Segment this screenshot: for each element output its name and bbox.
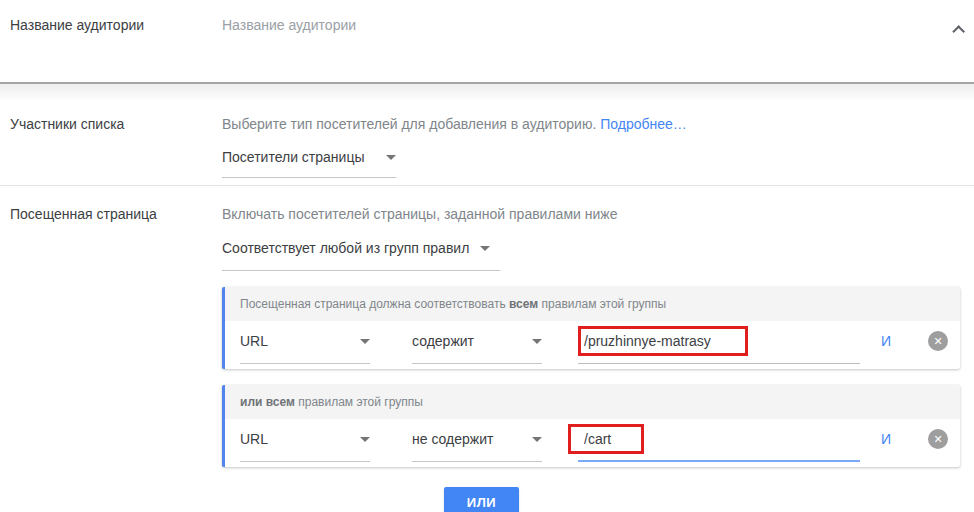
collapse-section-button[interactable] <box>938 17 974 41</box>
header-text: правилам этой группы <box>298 395 423 409</box>
dropdown-caret-icon <box>360 437 370 442</box>
rule-field-value: URL <box>240 331 268 351</box>
list-members-section: Участники списка Выберите тип посетителе… <box>0 100 974 186</box>
visited-page-label: Посещенная страница <box>0 204 222 224</box>
learn-more-link[interactable]: Подробнее… <box>600 116 687 132</box>
chevron-up-icon <box>952 25 965 38</box>
dropdown-caret-icon <box>532 339 542 344</box>
rule-value-field <box>578 429 860 462</box>
dropdown-caret-icon <box>386 155 396 160</box>
list-members-description: Выберите тип посетителей для добавления … <box>222 114 974 134</box>
or-group-button[interactable]: ИЛИ <box>444 487 519 512</box>
rule-field-dropdown[interactable]: URL <box>240 331 370 364</box>
description-text: Выберите тип посетителей для добавления … <box>222 116 596 132</box>
match-type-value: Соответствует любой из групп правил <box>222 238 469 258</box>
rule-field-dropdown[interactable]: URL <box>240 429 370 462</box>
visited-page-description: Включать посетителей страницы, заданной … <box>222 204 974 224</box>
dropdown-caret-icon <box>360 339 370 344</box>
rule-value-input[interactable] <box>578 429 860 449</box>
visited-page-section: Посещенная страница Включать посетителей… <box>0 186 974 512</box>
close-icon: ✕ <box>933 433 942 446</box>
remove-rule-button[interactable]: ✕ <box>928 331 948 351</box>
list-members-label: Участники списка <box>0 114 222 134</box>
header-text-bold: всем <box>509 297 538 311</box>
audience-name-section: Название аудитории <box>0 0 974 82</box>
section-divider <box>0 82 974 100</box>
audience-name-input[interactable] <box>222 15 642 35</box>
audience-builder-panel: Название аудитории Участники списка Выбе… <box>0 0 974 512</box>
close-icon: ✕ <box>933 335 942 348</box>
rule-value-field <box>578 331 860 364</box>
visitor-type-value: Посетители страницы <box>222 147 364 167</box>
dropdown-caret-icon <box>480 246 490 251</box>
rule-field-value: URL <box>240 429 268 449</box>
remove-rule-button[interactable]: ✕ <box>928 429 948 449</box>
dropdown-caret-icon <box>532 437 542 442</box>
rule-value-input[interactable] <box>578 331 860 351</box>
and-condition-link[interactable]: И <box>881 429 891 449</box>
and-condition-link[interactable]: И <box>881 331 891 351</box>
rule-operator-value: содержит <box>412 331 474 351</box>
audience-name-label: Название аудитории <box>0 15 222 35</box>
rule-row: URL содержит И ✕ <box>225 321 960 369</box>
rule-row: URL не содержит И ✕ <box>225 419 960 467</box>
rule-group-1-header: Посещенная страница должна соответствова… <box>225 287 960 321</box>
rule-group-2: или всем правилам этой группы URL не сод… <box>222 385 960 467</box>
header-text-bold: или всем <box>240 395 295 409</box>
rule-group-1: Посещенная страница должна соответствова… <box>222 287 960 369</box>
header-text: Посещенная страница должна соответствова… <box>240 297 506 311</box>
match-type-dropdown[interactable]: Соответствует любой из групп правил <box>222 238 500 271</box>
header-text: правилам этой группы <box>542 297 667 311</box>
rule-group-2-header: или всем правилам этой группы <box>225 385 960 419</box>
rule-operator-value: не содержит <box>412 429 493 449</box>
rule-operator-dropdown[interactable]: не содержит <box>412 429 542 462</box>
rule-operator-dropdown[interactable]: содержит <box>412 331 542 364</box>
visitor-type-dropdown[interactable]: Посетители страницы <box>222 147 396 178</box>
